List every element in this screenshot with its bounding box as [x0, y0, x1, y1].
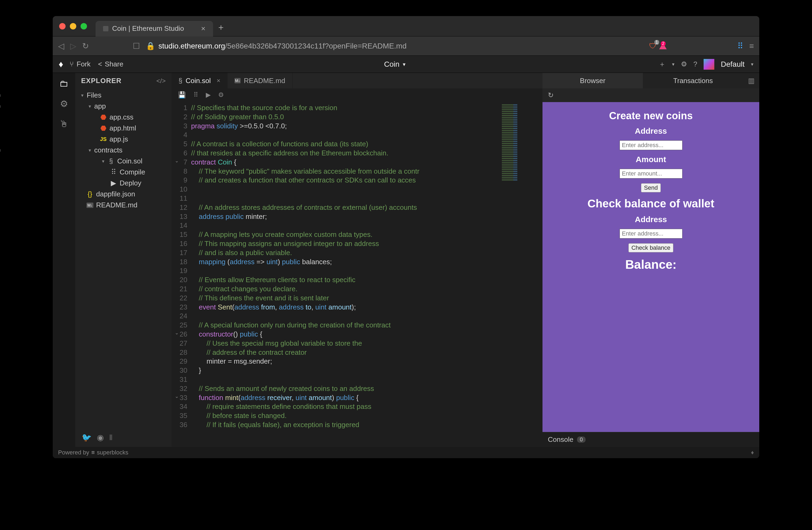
split-layout-icon[interactable]: ▥	[743, 73, 759, 88]
md-file-icon: M↓	[234, 78, 241, 83]
tab-close-icon[interactable]: ×	[201, 24, 205, 33]
preview-reload-icon[interactable]: ↻	[548, 91, 554, 99]
console-count: 0	[577, 436, 585, 443]
menu-icon[interactable]: ≡	[749, 42, 754, 51]
tree-folder-contracts[interactable]: ▾🗀contracts	[75, 145, 172, 156]
explorer-icon[interactable]: 🗀	[59, 78, 69, 89]
project-selector[interactable]: Coin▾	[384, 60, 405, 69]
sol-file-icon: §	[178, 76, 182, 85]
new-tab-button[interactable]: +	[218, 22, 224, 33]
dapp-balance-heading: Balance:	[625, 257, 677, 272]
send-button[interactable]: Send	[641, 183, 661, 192]
dapp-heading-create: Create new coins	[609, 110, 693, 122]
status-bar: Powered by ≡ superblocks ♦	[53, 447, 759, 458]
mint-amount-input[interactable]	[620, 169, 682, 179]
eth-status-icon: ♦	[751, 449, 754, 456]
tree-file-readme[interactable]: M↓README.md	[75, 200, 172, 211]
gear-icon[interactable]: ⚙	[681, 60, 687, 68]
fork-icon: ⑂	[70, 60, 74, 68]
favicon	[103, 26, 108, 31]
url-domain: studio.ethereum.org	[158, 42, 225, 50]
dapp-label-amount: Amount	[636, 155, 666, 164]
help-icon[interactable]: ?	[693, 60, 697, 68]
tree-file-app-css[interactable]: ⬣app.css	[75, 112, 172, 123]
mint-address-input[interactable]	[620, 140, 682, 150]
brave-rewards-icon[interactable]: 2	[659, 43, 667, 49]
nav-back-icon[interactable]: ◁	[58, 41, 64, 51]
interact-icon[interactable]: 🖱	[59, 119, 69, 129]
titlebar: Coin | Ethereum Studio × +	[53, 16, 759, 37]
activity-bar: 🗀 ⚙ 🖱	[53, 73, 75, 447]
tree-folder-app[interactable]: ▾🗀app	[75, 101, 172, 112]
tree-action-compile[interactable]: ⠿Compile	[75, 167, 172, 178]
twitter-icon[interactable]: 🐦	[82, 433, 91, 442]
telegram-icon[interactable]: ⦀	[109, 433, 113, 442]
new-dropdown-icon[interactable]: ▾	[672, 61, 675, 67]
new-button[interactable]: ＋	[659, 59, 666, 69]
balance-address-input[interactable]	[620, 229, 682, 238]
dapp-label-address: Address	[635, 126, 667, 136]
bookmark-icon[interactable]: ☐	[133, 41, 140, 51]
editor-tab-coin[interactable]: §Coin.sol×	[172, 73, 228, 88]
preview-tab-browser[interactable]: Browser	[542, 73, 643, 88]
settings-rail-icon[interactable]: ⚙	[60, 98, 68, 109]
console-label: Console	[548, 435, 573, 444]
tree-file-app-js[interactable]: JSapp.js	[75, 134, 172, 145]
shield-badge: 1	[654, 40, 659, 45]
explorer-panel: EXPLORER </> ▾🗀Files ▾🗀app ⬣app.css ⬣app…	[75, 73, 172, 447]
editor-tab-readme[interactable]: M↓README.md	[228, 73, 292, 88]
network-dropdown-icon[interactable]: ▾	[751, 61, 753, 67]
config-icon[interactable]: ⚙	[218, 91, 224, 99]
explorer-title: EXPLORER	[81, 76, 121, 85]
superblocks-brand[interactable]: superblocks	[97, 449, 128, 456]
address-field[interactable]: 🔒 studio.ethereum.org/5e86e4b326b4730012…	[146, 42, 643, 51]
github-icon[interactable]: ◉	[97, 433, 104, 442]
brave-shield-icon[interactable]: 🛡1	[649, 42, 656, 51]
nav-reload-icon[interactable]: ↻	[82, 41, 89, 51]
code-area[interactable]: 1234567⌄89101112131415161718192021222324…	[172, 101, 542, 447]
file-tree: ▾🗀Files ▾🗀app ⬣app.css ⬣app.html JSapp.j…	[75, 89, 172, 428]
minimap[interactable]	[500, 101, 542, 447]
code-toggle-icon[interactable]: </>	[156, 77, 166, 85]
lock-icon: 🔒	[146, 42, 155, 51]
tree-file-coin-sol[interactable]: ▾§Coin.sol	[75, 156, 172, 167]
chevron-down-icon: ▾	[403, 61, 405, 68]
ethereum-logo-icon[interactable]: ♦	[59, 59, 63, 69]
compile-icon[interactable]: ⠿	[193, 91, 198, 99]
share-button[interactable]: <Share	[98, 60, 124, 68]
check-balance-button[interactable]: Check balance	[628, 243, 673, 252]
nav-forward-icon: ▷	[70, 41, 76, 51]
console-bar[interactable]: Console 0	[542, 432, 759, 447]
traffic-close[interactable]	[59, 23, 66, 29]
tree-file-app-html[interactable]: ⬣app.html	[75, 123, 172, 134]
tree-action-deploy[interactable]: ▶Deploy	[75, 178, 172, 189]
dapp-label-address-2: Address	[635, 215, 667, 224]
close-tab-icon[interactable]: ×	[217, 77, 220, 84]
url-bar: ◁ ▷ ↻ ☐ 🔒 studio.ethereum.org/5e86e4b326…	[53, 37, 759, 56]
rewards-badge: 2	[661, 41, 666, 46]
powered-by-label: Powered by	[58, 449, 89, 456]
browser-tab[interactable]: Coin | Ethereum Studio ×	[96, 21, 213, 37]
editor-panel: §Coin.sol× M↓README.md 💾 ⠿ ▶ ⚙ 1234567⌄8…	[172, 73, 542, 447]
tree-file-dappfile[interactable]: {}dappfile.json	[75, 189, 172, 200]
fork-button[interactable]: ⑂Fork	[70, 60, 90, 68]
tab-title: Coin | Ethereum Studio	[112, 24, 184, 33]
avatar[interactable]	[704, 59, 714, 70]
share-icon: <	[98, 60, 102, 68]
dapp-heading-check: Check balance of wallet	[588, 197, 714, 210]
preview-tab-transactions[interactable]: Transactions	[643, 73, 743, 88]
preview-panel: Browser Transactions ▥ ↻ Create new coin…	[542, 73, 759, 447]
save-icon[interactable]: 💾	[178, 91, 186, 99]
traffic-min[interactable]	[70, 23, 76, 29]
url-path: /5e86e4b326b473001234c11f?openFile=READM…	[225, 42, 407, 50]
traffic-max[interactable]	[81, 23, 87, 29]
app-toolbar: ♦ ⑂Fork <Share Coin▾ ＋ ▾ ⚙ ? Default ▾	[53, 56, 759, 73]
dapp-frame: Create new coins Address Amount Send Che…	[542, 102, 759, 432]
run-icon[interactable]: ▶	[206, 91, 211, 99]
tree-root-files[interactable]: ▾🗀Files	[75, 90, 172, 101]
extensions-icon[interactable]: ⠿	[737, 41, 743, 51]
network-label: Default	[721, 60, 744, 69]
